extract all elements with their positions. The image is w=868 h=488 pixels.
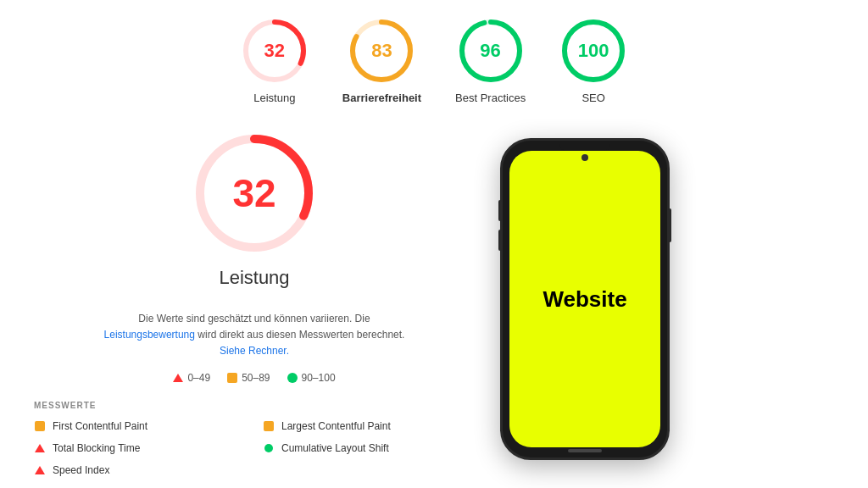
score-leistung: 32 Leistung bbox=[241, 17, 309, 104]
metric-icon-speed-index bbox=[34, 464, 46, 476]
legend: 0–49 50–89 90–100 bbox=[34, 372, 475, 384]
metric-label-first-contentful-paint: First Contentful Paint bbox=[53, 420, 147, 432]
big-score-container: 32 Leistung bbox=[34, 130, 475, 297]
phone-camera-icon bbox=[581, 154, 588, 161]
messwerte-label: MESSWERTE bbox=[34, 401, 475, 410]
legend-bad-icon bbox=[173, 374, 183, 382]
score-value-best-practices: 96 bbox=[480, 40, 500, 62]
score-circle-barrierefreiheit: 83 bbox=[348, 17, 415, 85]
score-label-seo: SEO bbox=[581, 92, 604, 104]
green-dot-icon bbox=[264, 444, 273, 452]
score-best-practices: 96 Best Practices bbox=[455, 17, 526, 104]
description-text-between2: wird direkt aus diesen Messwerten berech… bbox=[198, 329, 404, 341]
metric-cumulative-layout-shift: Cumulative Layout Shift bbox=[263, 442, 475, 454]
phone-notch bbox=[559, 144, 610, 151]
score-circle-leistung: 32 bbox=[241, 17, 309, 85]
big-score-value: 32 bbox=[232, 170, 275, 216]
legend-good-label: 90–100 bbox=[302, 372, 336, 384]
red-triangle-icon bbox=[35, 444, 45, 452]
metric-first-contentful-paint: First Contentful Paint bbox=[34, 420, 246, 432]
description: Die Werte sind geschätzt und können vari… bbox=[93, 311, 415, 360]
metric-label-total-blocking-time: Total Blocking Time bbox=[53, 442, 140, 454]
score-value-leistung: 32 bbox=[264, 40, 285, 62]
legend-medium-label: 50–89 bbox=[242, 372, 270, 384]
score-circle-seo: 100 bbox=[559, 17, 627, 85]
phone-volume-up-button bbox=[498, 200, 502, 221]
score-value-seo: 100 bbox=[578, 40, 609, 62]
metric-largest-contentful-paint: Largest Contentful Paint bbox=[263, 420, 475, 432]
phone-power-button bbox=[668, 208, 671, 242]
metric-icon-largest-contentful-paint bbox=[263, 420, 275, 432]
leistungsbewertung-link[interactable]: Leistungsbewertung bbox=[104, 329, 195, 341]
legend-medium-icon bbox=[227, 373, 237, 383]
phone-home-button bbox=[568, 449, 602, 452]
metric-label-largest-contentful-paint: Largest Contentful Paint bbox=[281, 420, 391, 432]
metric-icon-total-blocking-time bbox=[34, 442, 46, 454]
metric-label-speed-index: Speed Index bbox=[53, 464, 109, 476]
description-text-before: Die Werte sind geschätzt und können vari… bbox=[138, 313, 370, 324]
score-circle-best-practices: 96 bbox=[457, 17, 525, 85]
orange-square-icon-2 bbox=[264, 421, 274, 431]
big-score-circle: 32 bbox=[191, 130, 318, 257]
metric-speed-index: Speed Index bbox=[34, 464, 246, 476]
page: 32 Leistung 83 Barrierefreiheit 96 bbox=[0, 0, 868, 488]
legend-bad-label: 0–49 bbox=[187, 372, 210, 384]
metric-total-blocking-time: Total Blocking Time bbox=[34, 442, 246, 454]
legend-bad: 0–49 bbox=[173, 372, 210, 384]
phone-mockup: Website bbox=[500, 138, 670, 460]
orange-square-icon bbox=[35, 421, 45, 431]
phone-screen: Website bbox=[509, 151, 660, 447]
left-panel: 32 Leistung Die Werte sind geschätzt und… bbox=[34, 130, 475, 476]
legend-good: 90–100 bbox=[287, 372, 336, 384]
right-panel: Website bbox=[500, 130, 670, 460]
metric-label-cumulative-layout-shift: Cumulative Layout Shift bbox=[281, 442, 389, 454]
score-seo: 100 SEO bbox=[559, 17, 627, 104]
metric-icon-first-contentful-paint bbox=[34, 420, 46, 432]
score-value-barrierefreiheit: 83 bbox=[371, 40, 392, 62]
legend-medium: 50–89 bbox=[227, 372, 270, 384]
metric-icon-cumulative-layout-shift bbox=[263, 442, 275, 454]
scores-row: 32 Leistung 83 Barrierefreiheit 96 bbox=[34, 17, 834, 104]
phone-volume-down-button bbox=[498, 230, 502, 251]
red-triangle-icon-2 bbox=[35, 466, 45, 474]
score-label-best-practices: Best Practices bbox=[455, 92, 526, 104]
main-content: 32 Leistung Die Werte sind geschätzt und… bbox=[34, 130, 834, 476]
score-barrierefreiheit: 83 Barrierefreiheit bbox=[342, 17, 421, 104]
messwerte-section: MESSWERTE First Contentful Paint bbox=[34, 401, 475, 476]
score-label-barrierefreiheit: Barrierefreiheit bbox=[342, 92, 421, 104]
score-label-leistung: Leistung bbox=[253, 92, 295, 104]
legend-good-icon bbox=[287, 373, 298, 383]
metrics-grid: First Contentful Paint Largest Contentfu… bbox=[34, 420, 475, 476]
big-score-label: Leistung bbox=[219, 267, 289, 289]
phone-screen-text: Website bbox=[542, 286, 626, 313]
rechner-link[interactable]: Siehe Rechner. bbox=[220, 345, 289, 357]
